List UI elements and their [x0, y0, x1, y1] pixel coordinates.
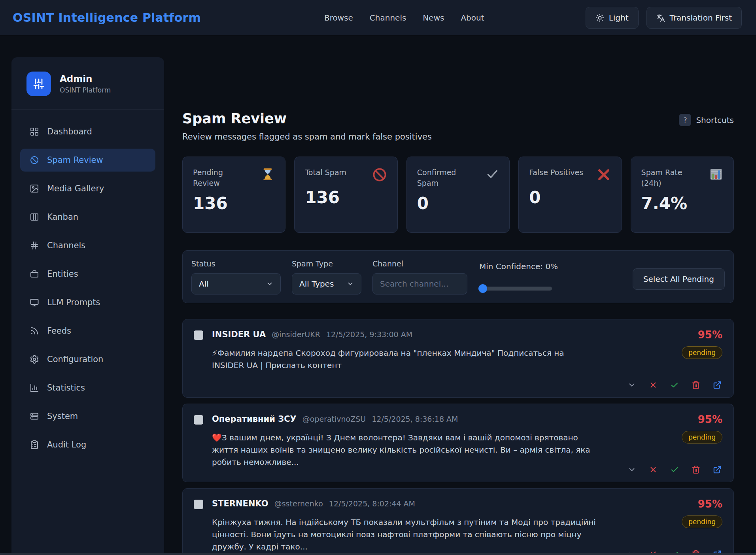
channel-search-input[interactable] — [372, 273, 467, 294]
sidebar-item-label: Feeds — [47, 326, 71, 336]
nav-news[interactable]: News — [423, 13, 444, 23]
message-text: ❤️З вашим днем, українці! З Днем волонте… — [212, 432, 596, 468]
min-confidence-slider[interactable] — [479, 287, 552, 291]
stat-value: 0 — [417, 194, 499, 213]
stat-pending-review: Pending Review 136 — [182, 157, 285, 233]
gear-icon — [30, 355, 39, 364]
sun-icon — [595, 13, 604, 22]
page-subtitle: Review messages flagged as spam and mark… — [182, 132, 432, 142]
app-title: OSINT Intelligence Platform — [13, 11, 201, 25]
message-text: ⚡Фамилия нардепа Скороход фигурировала н… — [212, 347, 596, 372]
shortcuts-button[interactable]: ? Shortcuts — [679, 114, 734, 126]
reject-icon[interactable] — [649, 381, 658, 389]
stat-value: 0 — [529, 188, 611, 207]
sidebar-item-label: Channels — [47, 241, 85, 250]
sidebar: Admin OSINT Platform Dashboard Spam Revi… — [11, 57, 164, 555]
channel-handle: @operativnoZSU — [302, 415, 366, 423]
sidebar-item-entities[interactable]: Entities — [20, 262, 155, 285]
message-checkbox[interactable] — [194, 330, 203, 340]
theme-toggle-label: Light — [609, 13, 629, 23]
min-confidence-label: Min Confidence: 0% — [479, 262, 558, 271]
stat-value: 136 — [305, 188, 387, 207]
check-icon — [486, 167, 499, 181]
message-checkbox[interactable] — [194, 500, 203, 509]
question-mark-icon: ? — [679, 114, 691, 126]
sidebar-item-dashboard[interactable]: Dashboard — [20, 120, 155, 143]
reject-icon[interactable] — [649, 465, 658, 474]
confidence-score: 95% — [682, 413, 722, 425]
monitor-icon — [30, 298, 39, 307]
select-all-pending-button[interactable]: Select All Pending — [633, 268, 725, 290]
sidebar-item-label: Entities — [47, 269, 78, 279]
stat-label: Spam Rate (24h) — [641, 167, 697, 188]
status-badge: pending — [682, 515, 722, 528]
image-icon — [30, 184, 39, 193]
clipboard-list-icon — [30, 440, 39, 449]
spam-type-filter-label: Spam Type — [292, 259, 361, 268]
avatar — [26, 72, 51, 96]
stat-spam-rate: Spam Rate (24h) 7.4% — [631, 157, 734, 233]
status-select-value: All — [199, 279, 209, 289]
nav-about[interactable]: About — [461, 13, 484, 23]
expand-chevron-icon[interactable] — [627, 465, 636, 474]
trash-icon[interactable] — [692, 381, 700, 389]
server-icon — [30, 412, 39, 421]
status-select[interactable]: All — [191, 273, 281, 294]
theme-toggle-button[interactable]: Light — [586, 7, 639, 29]
sidebar-item-label: Spam Review — [47, 155, 103, 165]
nav-browse[interactable]: Browse — [324, 13, 353, 23]
no-entry-icon — [372, 167, 387, 182]
approve-icon[interactable] — [670, 381, 679, 389]
approve-icon[interactable] — [670, 465, 679, 474]
message-timestamp: 12/5/2025, 8:02:44 AM — [329, 499, 415, 508]
expand-chevron-icon[interactable] — [627, 381, 636, 389]
bottom-scrollbar[interactable] — [0, 553, 756, 555]
message-timestamp: 12/5/2025, 8:36:18 AM — [372, 415, 458, 423]
message-text: Крінжуха тижня. На індійському ТБ показа… — [212, 516, 596, 553]
stats-row: Pending Review 136 Total Spam 136 — [182, 157, 734, 233]
channel-filter-label: Channel — [372, 259, 467, 268]
trash-icon[interactable] — [692, 465, 700, 474]
page-title: Spam Review — [182, 111, 432, 126]
sidebar-item-label: Media Gallery — [47, 184, 104, 193]
nav-channels[interactable]: Channels — [370, 13, 406, 23]
rss-icon — [30, 326, 39, 336]
sidebar-item-kanban[interactable]: Kanban — [20, 206, 155, 228]
sidebar-item-feeds[interactable]: Feeds — [20, 319, 155, 342]
channel-name: INSIDER UA — [212, 330, 266, 339]
sidebar-item-llm-prompts[interactable]: LLM Prompts — [20, 291, 155, 314]
sidebar-item-configuration[interactable]: Configuration — [20, 348, 155, 371]
message-card: Оперативний ЗСУ @operativnoZSU 12/5/2025… — [182, 404, 734, 482]
message-actions — [627, 381, 722, 389]
message-card: INSIDER UA @insiderUKR 12/5/2025, 9:33:0… — [182, 319, 734, 398]
sidebar-item-spam-review[interactable]: Spam Review — [20, 149, 155, 172]
sidebar-item-system[interactable]: System — [20, 405, 155, 428]
stat-label: Confirmed Spam — [417, 167, 472, 188]
sidebar-item-label: Statistics — [47, 383, 85, 393]
sidebar-item-audit-log[interactable]: Audit Log — [20, 433, 155, 456]
sidebar-item-media-gallery[interactable]: Media Gallery — [20, 177, 155, 200]
spam-type-select-value: All Types — [299, 279, 334, 289]
status-filter-label: Status — [191, 259, 281, 268]
message-card: STERNENKO @ssternenko 12/5/2025, 8:02:44… — [182, 488, 734, 555]
confidence-score: 95% — [682, 498, 722, 510]
channel-name: STERNENKO — [212, 499, 268, 508]
spam-type-select[interactable]: All Types — [292, 273, 361, 294]
external-link-icon[interactable] — [713, 381, 722, 389]
ban-icon — [30, 155, 39, 165]
stat-false-positives: False Positives 0 — [518, 157, 622, 233]
translation-first-button[interactable]: Translation First — [646, 7, 742, 29]
external-link-icon[interactable] — [713, 465, 722, 474]
sidebar-item-channels[interactable]: Channels — [20, 234, 155, 257]
slider-thumb[interactable] — [478, 284, 487, 293]
sidebar-item-label: LLM Prompts — [47, 298, 100, 307]
topbar: OSINT Intelligence Platform Browse Chann… — [0, 0, 756, 36]
user-subtitle: OSINT Platform — [60, 86, 111, 94]
sidebar-item-label: Configuration — [47, 355, 103, 364]
sidebar-item-label: Kanban — [47, 212, 78, 222]
sidebar-item-statistics[interactable]: Statistics — [20, 376, 155, 399]
translation-first-label: Translation First — [670, 13, 732, 23]
layout-grid-icon — [30, 127, 39, 136]
message-checkbox[interactable] — [194, 415, 203, 425]
bar-chart-emoji-icon — [709, 167, 723, 181]
